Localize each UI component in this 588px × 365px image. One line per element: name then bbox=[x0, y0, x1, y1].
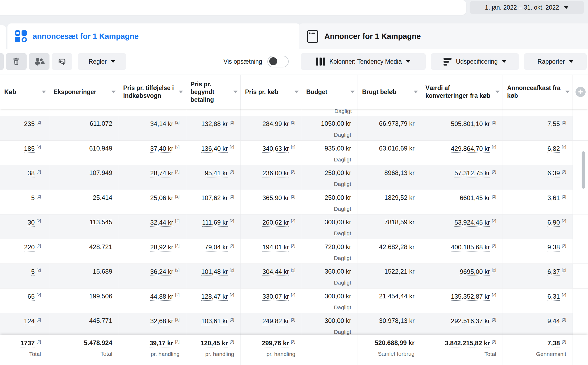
ab-test-button[interactable] bbox=[52, 53, 72, 70]
metric-link[interactable]: 65 bbox=[28, 293, 35, 301]
column-header-annonceafkast[interactable]: Annonceafkast fra køb bbox=[503, 75, 573, 109]
metric-link[interactable]: 28,92 kr bbox=[150, 244, 173, 252]
ab-test-icon bbox=[57, 56, 67, 67]
metric-link[interactable]: 57.312,75 kr bbox=[454, 169, 490, 177]
toolbar-partial-button[interactable] bbox=[0, 53, 4, 70]
date-range-selector[interactable]: 1. jan. 2022 – 31. okt. 2022 bbox=[470, 1, 584, 14]
table-row[interactable]: 38[2] 107.949 28,74 kr[2] 95,41 kr[2] 23… bbox=[0, 165, 588, 190]
metric-link[interactable]: 32,44 kr bbox=[150, 219, 173, 227]
metric-link[interactable]: 120,45 kr bbox=[201, 339, 228, 347]
column-header-pris-kob[interactable]: Pris pr. køb bbox=[241, 75, 302, 109]
metric-link[interactable]: 330,07 kr bbox=[262, 293, 289, 301]
cell-eksponeringer: 15.689 bbox=[49, 264, 119, 288]
metric-link[interactable]: 235 bbox=[24, 120, 35, 128]
metric-link[interactable]: 429.864,70 kr bbox=[451, 145, 490, 153]
metric-link[interactable]: 9,44 bbox=[548, 317, 560, 325]
metric-link[interactable]: 292.516,37 kr bbox=[451, 317, 490, 325]
metric-link[interactable]: 260,62 kr bbox=[262, 219, 289, 227]
metric-link[interactable]: 1737 bbox=[20, 339, 35, 347]
metric-link[interactable]: 299,76 kr bbox=[262, 339, 289, 347]
metric-link[interactable]: 185 bbox=[24, 145, 35, 153]
metric-link[interactable]: 5 bbox=[31, 268, 35, 276]
vertical-scrollbar[interactable] bbox=[582, 151, 585, 189]
metric-link[interactable]: 95,41 kr bbox=[205, 169, 228, 177]
columns-button[interactable]: Kolonner: Tendency Media bbox=[301, 53, 426, 70]
column-header-eksponeringer[interactable]: Eksponeringer bbox=[49, 75, 119, 109]
table-row[interactable]: 30[2] 113.545 32,44 kr[2] 111,69 kr[2] 2… bbox=[0, 214, 588, 239]
metric-link[interactable]: 249,82 kr bbox=[262, 317, 289, 325]
table-row[interactable]: 5[2] 25.414 25,06 kr[2] 107,62 kr[2] 365… bbox=[0, 190, 588, 215]
column-header-pris-tilfojelse[interactable]: Pris pr. tilføjelse i indkøbsvogn bbox=[119, 75, 186, 109]
metric-link[interactable]: 400.185,68 kr bbox=[451, 244, 490, 252]
column-header-kob[interactable]: Køb bbox=[0, 75, 49, 109]
column-header-budget[interactable]: Budget bbox=[302, 75, 358, 109]
metric-link[interactable]: 9695,00 kr bbox=[460, 268, 490, 276]
metric-link[interactable]: 103,61 kr bbox=[201, 317, 228, 325]
audience-button[interactable] bbox=[29, 53, 49, 70]
metric-link[interactable]: 79,04 kr bbox=[205, 244, 228, 252]
metric-link[interactable]: 304,44 kr bbox=[262, 268, 289, 276]
tab-campaigns-stub[interactable] bbox=[0, 25, 6, 49]
metric-link[interactable]: 340,63 kr bbox=[262, 145, 289, 153]
column-header-vardi[interactable]: Værdi af konverteringer fra køb bbox=[421, 75, 503, 109]
metric-link[interactable]: 39,17 kr bbox=[150, 339, 173, 347]
metric-link[interactable]: 6,37 bbox=[548, 268, 560, 276]
columns-button-label: Kolonner: Tendency Media bbox=[329, 58, 402, 65]
metric-link[interactable]: 5 bbox=[31, 194, 35, 202]
metric-link[interactable]: 111,69 kr bbox=[202, 219, 228, 227]
top-search-bar[interactable] bbox=[0, 0, 466, 15]
metric-link[interactable]: 135.352,87 kr bbox=[451, 293, 490, 301]
table-row[interactable]: 235[2] 611.072 34,14 kr[2] 132,88 kr[2] … bbox=[0, 116, 588, 141]
column-header-brugt-belob[interactable]: Brugt beløb bbox=[358, 75, 421, 109]
metric-link[interactable]: 6,82 bbox=[548, 145, 560, 153]
metric-link[interactable]: 9,38 bbox=[548, 244, 560, 252]
metric-link[interactable]: 128,47 kr bbox=[201, 293, 228, 301]
metric-link[interactable]: 284,99 kr bbox=[262, 120, 289, 128]
metric-link[interactable]: 44,88 kr bbox=[150, 293, 173, 301]
table-row-partial[interactable]: Dagligt bbox=[0, 109, 588, 116]
metric-link[interactable]: 220 bbox=[24, 244, 35, 252]
metric-link[interactable]: 136,40 kr bbox=[201, 145, 228, 153]
delete-button[interactable] bbox=[6, 53, 27, 70]
metric-link[interactable]: 28,74 kr bbox=[150, 169, 173, 177]
metric-link[interactable]: 25,06 kr bbox=[150, 194, 173, 202]
table-row[interactable]: 185[2] 610.949 37,40 kr[2] 136,40 kr[2] … bbox=[0, 141, 588, 165]
metric-link[interactable]: 34,14 kr bbox=[150, 120, 173, 128]
metric-link[interactable]: 101,48 kr bbox=[201, 268, 228, 276]
tab-adsets[interactable]: annoncesæt for 1 Kampagne bbox=[7, 23, 300, 49]
tab-ads[interactable]: Annoncer for 1 Kampagne bbox=[299, 23, 588, 49]
metric-link[interactable]: 6601,45 kr bbox=[460, 194, 490, 202]
metric-link[interactable]: 124 bbox=[24, 317, 35, 325]
metric-link[interactable]: 3.842.215,82 kr bbox=[445, 339, 490, 347]
metric-link[interactable]: 365,90 kr bbox=[262, 194, 289, 202]
rules-button[interactable]: Regler bbox=[78, 53, 126, 70]
metric-link[interactable]: 7,38 bbox=[548, 339, 560, 347]
reports-button[interactable]: Rapporter bbox=[524, 53, 587, 70]
metric-link[interactable]: 30 bbox=[28, 219, 35, 227]
metric-link[interactable]: 6,90 bbox=[548, 219, 560, 227]
metric-link[interactable]: 36,24 kr bbox=[150, 268, 173, 276]
toggle-knob bbox=[269, 57, 277, 65]
metric-link[interactable]: 236,00 kr bbox=[262, 169, 289, 177]
breakdown-button[interactable]: Udspecificering bbox=[431, 53, 519, 70]
metric-link[interactable]: 37,40 kr bbox=[150, 145, 173, 153]
metric-link[interactable]: 3,61 bbox=[548, 194, 560, 202]
table-row[interactable]: 65[2] 199.506 44,88 kr[2] 128,47 kr[2] 3… bbox=[0, 289, 588, 313]
metric-link[interactable]: 38 bbox=[28, 169, 35, 177]
metric-link[interactable]: 505.801,10 kr bbox=[451, 120, 490, 128]
table-row[interactable]: 5[2] 15.689 36,24 kr[2] 101,48 kr[2] 304… bbox=[0, 264, 588, 289]
metric-link[interactable]: 6,31 bbox=[548, 293, 560, 301]
add-column-button[interactable] bbox=[573, 75, 588, 109]
column-header-pris-begyndt[interactable]: Pris pr. begyndt betaling bbox=[186, 75, 241, 109]
metric-link[interactable]: 7,55 bbox=[548, 120, 560, 128]
metric-link[interactable]: 194,01 kr bbox=[262, 244, 289, 252]
metric-link[interactable]: 107,62 kr bbox=[201, 194, 228, 202]
view-setup-toggle[interactable] bbox=[267, 56, 289, 67]
table-row[interactable]: 220[2] 428.721 28,92 kr[2] 79,04 kr[2] 1… bbox=[0, 239, 588, 264]
metric-link[interactable]: 32,68 kr bbox=[150, 317, 173, 325]
metric-link[interactable]: 6,39 bbox=[548, 169, 560, 177]
metric-link[interactable]: 53.924,45 kr bbox=[454, 219, 490, 227]
table-row[interactable]: 124[2] 445.771 32,68 kr[2] 103,61 kr[2] … bbox=[0, 313, 588, 338]
metric-link[interactable]: 132,88 kr bbox=[201, 120, 228, 128]
budget-schedule-label: Dagligt bbox=[302, 181, 351, 187]
